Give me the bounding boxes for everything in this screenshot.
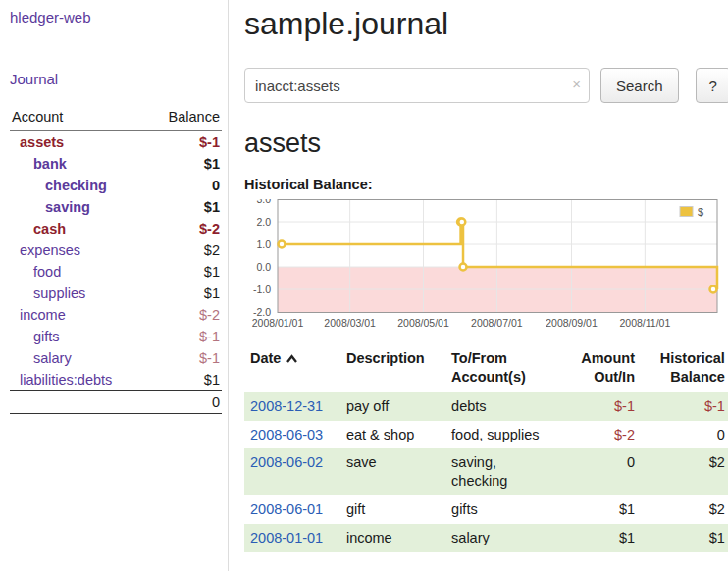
register-row[interactable]: 2008-12-31pay offdebts$-1$-1 <box>244 392 728 421</box>
legend-swatch-icon <box>680 207 693 217</box>
account-balance: $-1 <box>148 131 222 154</box>
y-axis-label: -1.0 <box>253 284 271 295</box>
search-input[interactable] <box>244 68 590 103</box>
account-link-liabilities-debts[interactable]: liabilities:debts <box>20 372 112 388</box>
transaction-date-link[interactable]: 2008-01-01 <box>250 530 323 545</box>
register-header-accounts: To/From Account(s) <box>445 345 560 392</box>
account-row: gifts$-1 <box>10 326 222 347</box>
transaction-description: pay off <box>340 392 445 421</box>
account-balance: $1 <box>148 261 222 283</box>
account-link-income[interactable]: income <box>20 307 66 323</box>
x-axis-label: 2008/09/01 <box>546 317 598 329</box>
transaction-date-link[interactable]: 2008-12-31 <box>250 398 323 414</box>
chart-point <box>460 264 467 271</box>
transaction-description: income <box>340 524 445 552</box>
transaction-date-link[interactable]: 2008-06-02 <box>250 454 323 470</box>
account-balance: $-2 <box>148 304 222 326</box>
transaction-accounts: debts <box>445 392 560 421</box>
y-axis-label: 2.0 <box>256 216 271 228</box>
account-link-cash[interactable]: cash <box>33 221 66 236</box>
historical-balance-chart: $3.02.01.00.0-1.0-2.02008/01/012008/03/0… <box>244 199 728 334</box>
transaction-date-cell: 2008-06-03 <box>244 421 340 449</box>
transaction-accounts: gifts <box>445 495 560 524</box>
account-balance: 0 <box>148 175 222 196</box>
app-title-link[interactable]: hledger-web <box>10 9 91 26</box>
account-balance: $1 <box>148 283 222 304</box>
x-axis-label: 2008/05/01 <box>397 317 449 329</box>
chart-point <box>279 241 286 248</box>
register-row[interactable]: 2008-06-01giftgifts$1$2 <box>244 495 728 524</box>
transaction-date-cell: 2008-06-01 <box>244 495 340 524</box>
chart-point <box>458 219 465 226</box>
accounts-total-row: 0 <box>10 391 222 414</box>
register-header-date-label: Date <box>250 350 281 366</box>
register-row[interactable]: 2008-01-01incomesalary$1$1 <box>244 524 728 552</box>
x-axis-label: 2008/03/01 <box>324 317 376 329</box>
account-row: checking0 <box>10 175 222 196</box>
account-link-bank[interactable]: bank <box>33 156 67 172</box>
transaction-date-cell: 2008-01-01 <box>244 524 340 552</box>
register-header-amount: Amount Out/In <box>560 345 641 392</box>
account-heading: assets <box>244 129 728 159</box>
y-axis-label: -2.0 <box>253 306 271 318</box>
register-header-date[interactable]: Date <box>244 345 340 392</box>
transaction-balance: 0 <box>641 421 728 449</box>
x-axis-label: 2008/07/01 <box>471 317 523 329</box>
transaction-amount: $-2 <box>560 421 641 449</box>
account-row: cash$-2 <box>10 218 222 239</box>
transaction-accounts: salary <box>445 524 560 552</box>
transaction-balance: $1 <box>641 524 728 552</box>
accounts-header-balance: Balance <box>148 107 222 131</box>
transaction-amount: 0 <box>560 448 641 495</box>
accounts-total-balance: 0 <box>148 391 222 414</box>
clear-search-icon[interactable]: × <box>572 77 581 91</box>
account-link-assets[interactable]: assets <box>20 134 64 150</box>
search-input-wrap: × <box>244 68 590 103</box>
transaction-accounts: saving, checking <box>445 448 560 495</box>
account-link-salary[interactable]: salary <box>33 350 72 366</box>
help-button[interactable]: ? <box>696 68 728 103</box>
account-link-saving[interactable]: saving <box>45 199 90 215</box>
accounts-total-spacer <box>10 391 148 414</box>
transaction-balance: $2 <box>641 495 728 524</box>
account-balance: $1 <box>148 369 222 391</box>
account-link-checking[interactable]: checking <box>45 178 107 193</box>
sidebar: hledger-web Journal Account Balance asse… <box>0 0 229 571</box>
accounts-header-account: Account <box>10 107 148 131</box>
account-row: saving$1 <box>10 196 222 218</box>
transaction-date-cell: 2008-06-02 <box>244 448 340 495</box>
account-row: liabilities:debts$1 <box>10 369 222 391</box>
account-row: supplies$1 <box>10 283 222 304</box>
chart-svg: $3.02.01.00.0-1.0-2.02008/01/012008/03/0… <box>244 199 719 334</box>
y-axis-label: 0.0 <box>256 261 271 273</box>
account-balance: $-2 <box>148 218 222 239</box>
search-button[interactable]: Search <box>600 68 679 103</box>
journal-link[interactable]: Journal <box>10 71 58 87</box>
legend-label: $ <box>698 206 703 218</box>
sort-asc-icon <box>286 354 298 364</box>
chart-title: Historical Balance: <box>244 177 728 192</box>
account-link-food[interactable]: food <box>33 264 61 280</box>
account-row: salary$-1 <box>10 347 222 369</box>
transaction-date-link[interactable]: 2008-06-01 <box>250 501 323 517</box>
transaction-amount: $1 <box>560 495 641 524</box>
y-axis-label: 1.0 <box>256 238 271 250</box>
register-table: Date Description To/From Account(s) Amou… <box>244 345 728 552</box>
account-row: bank$1 <box>10 153 222 175</box>
account-balance: $1 <box>148 153 222 175</box>
account-link-supplies[interactable]: supplies <box>33 286 85 301</box>
register-row[interactable]: 2008-06-03eat & shopfood, supplies$-20 <box>244 421 728 449</box>
transaction-date-link[interactable]: 2008-06-03 <box>250 427 323 442</box>
transaction-description: gift <box>340 495 445 524</box>
accounts-table: Account Balance assets$-1bank$1checking0… <box>10 107 222 414</box>
account-balance: $1 <box>148 196 222 218</box>
account-link-gifts[interactable]: gifts <box>33 329 60 344</box>
account-link-expenses[interactable]: expenses <box>20 242 80 258</box>
account-row: expenses$2 <box>10 239 222 261</box>
transaction-description: eat & shop <box>340 421 445 449</box>
account-balance: $-1 <box>148 347 222 369</box>
account-balance: $2 <box>148 239 222 261</box>
register-row[interactable]: 2008-06-02savesaving, checking0$2 <box>244 448 728 495</box>
register-header-row: Date Description To/From Account(s) Amou… <box>244 345 728 392</box>
account-row: assets$-1 <box>10 131 222 154</box>
